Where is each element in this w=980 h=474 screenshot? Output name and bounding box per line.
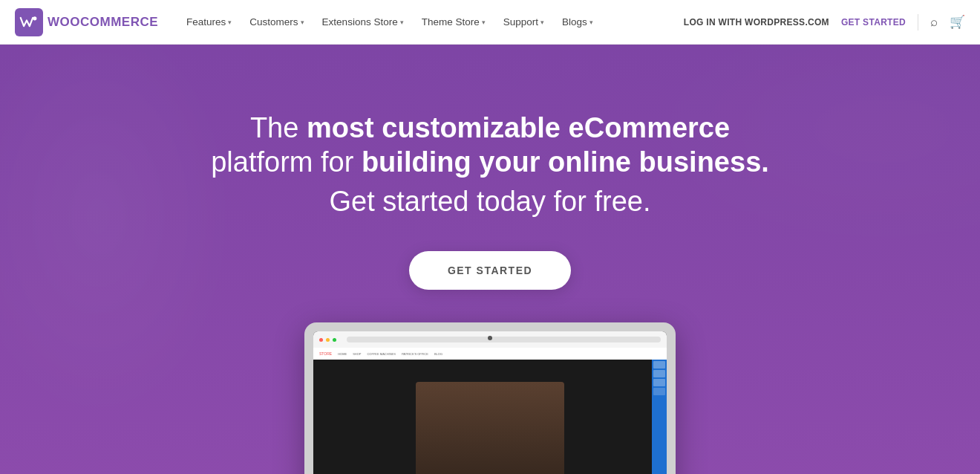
laptop-mockup: STORE HOME SHOP COFFEE MACHINES PATRICK'… (304, 322, 676, 474)
cart-icon[interactable]: 🛒 (950, 14, 965, 30)
laptop-screen-bezel: STORE HOME SHOP COFFEE MACHINES PATRICK'… (313, 331, 667, 474)
browser-dot-yellow (326, 338, 330, 342)
laptop-device: STORE HOME SHOP COFFEE MACHINES PATRICK'… (304, 322, 676, 474)
chevron-down-icon: ▾ (301, 19, 304, 26)
nav-item-extensions[interactable]: Extensions Store ▾ (315, 12, 411, 32)
mock-site-hero (313, 360, 667, 474)
chevron-down-icon: ▾ (482, 19, 486, 26)
login-button[interactable]: LOG IN WITH WORDPRESS.COM (684, 17, 829, 27)
chevron-down-icon: ▾ (400, 19, 404, 26)
mock-logo: STORE (319, 351, 332, 356)
logo-text: WOOCOMMERCE (48, 15, 158, 30)
chevron-down-icon: ▾ (540, 19, 544, 26)
mock-sidebar-item (653, 388, 665, 395)
hero-headline-line1: The most customizable eCommerce (211, 111, 769, 146)
hero-section: The most customizable eCommerce platform… (0, 45, 980, 474)
search-icon[interactable]: ⌕ (930, 15, 938, 30)
nav-item-features[interactable]: Features ▾ (179, 12, 239, 32)
hero-headline-line2: platform for building your online busine… (211, 146, 769, 180)
mock-sidebar-item (653, 379, 665, 386)
mock-sidebar-panel (652, 360, 667, 474)
mock-portrait (416, 382, 564, 474)
logo-link[interactable]: WOOCOMMERCE (15, 8, 158, 36)
nav-item-blogs[interactable]: Blogs ▾ (555, 12, 601, 32)
svg-point-0 (33, 16, 36, 20)
hero-get-started-button[interactable]: GET STARTED (409, 251, 571, 290)
browser-dot-green (333, 338, 336, 342)
nav-menu: Features ▾ Customers ▾ Extensions Store … (179, 12, 684, 32)
mock-sidebar-item (653, 361, 665, 369)
chevron-down-icon: ▾ (589, 19, 593, 26)
laptop-camera (488, 336, 492, 340)
laptop-outer-frame: STORE HOME SHOP COFFEE MACHINES PATRICK'… (304, 322, 676, 474)
nav-right: LOG IN WITH WORDPRESS.COM GET STARTED ⌕ … (684, 14, 965, 30)
get-started-nav-button[interactable]: GET STARTED (841, 17, 906, 27)
navbar: WOOCOMMERCE Features ▾ Customers ▾ Exten… (0, 0, 980, 45)
browser-dot-red (319, 338, 323, 342)
nav-item-support[interactable]: Support ▾ (496, 12, 552, 32)
nav-divider (918, 14, 918, 30)
chevron-down-icon: ▾ (228, 19, 232, 26)
mock-site-nav: STORE HOME SHOP COFFEE MACHINES PATRICK'… (313, 348, 667, 360)
hero-content: The most customizable eCommerce platform… (211, 45, 769, 290)
nav-item-theme[interactable]: Theme Store ▾ (414, 12, 493, 32)
hero-subheadline: Get started today for free. (211, 182, 769, 221)
mock-sidebar-item (653, 370, 665, 377)
browser-address-bar (347, 337, 661, 342)
nav-item-customers[interactable]: Customers ▾ (242, 12, 311, 32)
logo-icon (15, 8, 43, 36)
